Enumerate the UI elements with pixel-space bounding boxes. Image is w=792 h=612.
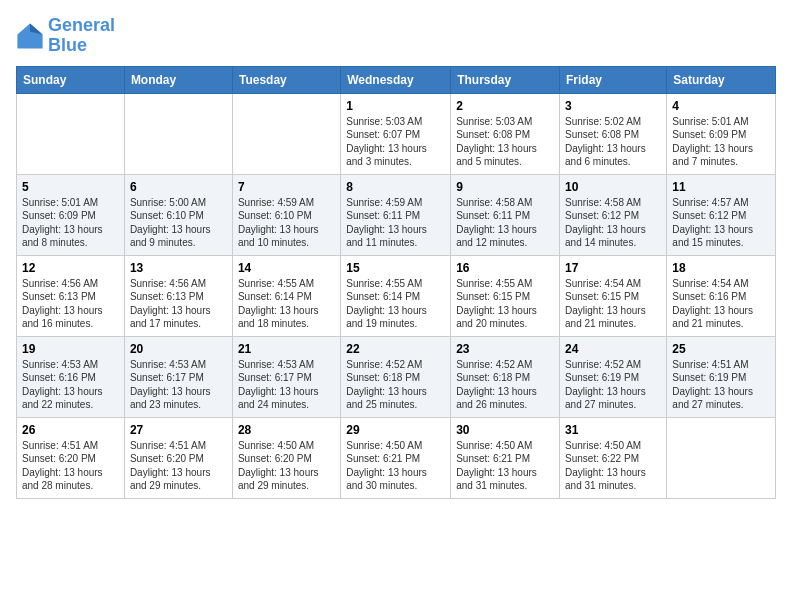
day-number: 25 (672, 342, 770, 356)
day-info: Sunrise: 4:59 AMSunset: 6:10 PMDaylight:… (238, 196, 335, 250)
day-info: Sunrise: 4:57 AMSunset: 6:12 PMDaylight:… (672, 196, 770, 250)
calendar-cell: 6Sunrise: 5:00 AMSunset: 6:10 PMDaylight… (124, 174, 232, 255)
day-header-wednesday: Wednesday (341, 66, 451, 93)
day-header-saturday: Saturday (667, 66, 776, 93)
calendar-cell: 4Sunrise: 5:01 AMSunset: 6:09 PMDaylight… (667, 93, 776, 174)
calendar-week-row: 19Sunrise: 4:53 AMSunset: 6:16 PMDayligh… (17, 336, 776, 417)
day-number: 5 (22, 180, 119, 194)
day-number: 15 (346, 261, 445, 275)
day-number: 13 (130, 261, 227, 275)
day-number: 19 (22, 342, 119, 356)
calendar-cell: 5Sunrise: 5:01 AMSunset: 6:09 PMDaylight… (17, 174, 125, 255)
day-info: Sunrise: 4:55 AMSunset: 6:15 PMDaylight:… (456, 277, 554, 331)
day-number: 24 (565, 342, 661, 356)
calendar-cell (667, 417, 776, 498)
logo: General Blue (16, 16, 115, 56)
day-number: 18 (672, 261, 770, 275)
day-number: 21 (238, 342, 335, 356)
day-info: Sunrise: 4:55 AMSunset: 6:14 PMDaylight:… (346, 277, 445, 331)
day-info: Sunrise: 5:03 AMSunset: 6:07 PMDaylight:… (346, 115, 445, 169)
day-info: Sunrise: 4:52 AMSunset: 6:18 PMDaylight:… (346, 358, 445, 412)
day-number: 22 (346, 342, 445, 356)
day-number: 2 (456, 99, 554, 113)
day-number: 23 (456, 342, 554, 356)
calendar-cell: 23Sunrise: 4:52 AMSunset: 6:18 PMDayligh… (451, 336, 560, 417)
day-number: 8 (346, 180, 445, 194)
day-info: Sunrise: 5:01 AMSunset: 6:09 PMDaylight:… (22, 196, 119, 250)
calendar-cell: 10Sunrise: 4:58 AMSunset: 6:12 PMDayligh… (560, 174, 667, 255)
calendar-cell: 25Sunrise: 4:51 AMSunset: 6:19 PMDayligh… (667, 336, 776, 417)
calendar-cell: 30Sunrise: 4:50 AMSunset: 6:21 PMDayligh… (451, 417, 560, 498)
calendar-cell: 16Sunrise: 4:55 AMSunset: 6:15 PMDayligh… (451, 255, 560, 336)
day-number: 28 (238, 423, 335, 437)
calendar-cell: 1Sunrise: 5:03 AMSunset: 6:07 PMDaylight… (341, 93, 451, 174)
day-number: 31 (565, 423, 661, 437)
calendar-cell: 15Sunrise: 4:55 AMSunset: 6:14 PMDayligh… (341, 255, 451, 336)
calendar-cell: 8Sunrise: 4:59 AMSunset: 6:11 PMDaylight… (341, 174, 451, 255)
day-number: 14 (238, 261, 335, 275)
day-info: Sunrise: 4:52 AMSunset: 6:18 PMDaylight:… (456, 358, 554, 412)
calendar-cell: 27Sunrise: 4:51 AMSunset: 6:20 PMDayligh… (124, 417, 232, 498)
day-info: Sunrise: 4:58 AMSunset: 6:11 PMDaylight:… (456, 196, 554, 250)
day-number: 26 (22, 423, 119, 437)
logo-text: General Blue (48, 16, 115, 56)
day-number: 17 (565, 261, 661, 275)
day-header-sunday: Sunday (17, 66, 125, 93)
calendar-week-row: 1Sunrise: 5:03 AMSunset: 6:07 PMDaylight… (17, 93, 776, 174)
day-info: Sunrise: 4:50 AMSunset: 6:21 PMDaylight:… (346, 439, 445, 493)
day-number: 20 (130, 342, 227, 356)
day-number: 10 (565, 180, 661, 194)
calendar-cell: 26Sunrise: 4:51 AMSunset: 6:20 PMDayligh… (17, 417, 125, 498)
day-info: Sunrise: 4:51 AMSunset: 6:20 PMDaylight:… (22, 439, 119, 493)
day-info: Sunrise: 4:50 AMSunset: 6:21 PMDaylight:… (456, 439, 554, 493)
calendar-cell (124, 93, 232, 174)
day-number: 29 (346, 423, 445, 437)
day-number: 4 (672, 99, 770, 113)
calendar-cell (17, 93, 125, 174)
day-header-monday: Monday (124, 66, 232, 93)
calendar-cell: 28Sunrise: 4:50 AMSunset: 6:20 PMDayligh… (232, 417, 340, 498)
day-number: 12 (22, 261, 119, 275)
calendar-cell: 7Sunrise: 4:59 AMSunset: 6:10 PMDaylight… (232, 174, 340, 255)
day-header-tuesday: Tuesday (232, 66, 340, 93)
day-number: 27 (130, 423, 227, 437)
day-number: 6 (130, 180, 227, 194)
calendar-cell: 29Sunrise: 4:50 AMSunset: 6:21 PMDayligh… (341, 417, 451, 498)
day-number: 30 (456, 423, 554, 437)
day-number: 7 (238, 180, 335, 194)
day-info: Sunrise: 4:56 AMSunset: 6:13 PMDaylight:… (130, 277, 227, 331)
calendar-table: SundayMondayTuesdayWednesdayThursdayFrid… (16, 66, 776, 499)
calendar-cell: 24Sunrise: 4:52 AMSunset: 6:19 PMDayligh… (560, 336, 667, 417)
day-info: Sunrise: 4:53 AMSunset: 6:17 PMDaylight:… (238, 358, 335, 412)
calendar-cell: 13Sunrise: 4:56 AMSunset: 6:13 PMDayligh… (124, 255, 232, 336)
day-number: 16 (456, 261, 554, 275)
calendar-cell: 20Sunrise: 4:53 AMSunset: 6:17 PMDayligh… (124, 336, 232, 417)
day-info: Sunrise: 4:55 AMSunset: 6:14 PMDaylight:… (238, 277, 335, 331)
day-info: Sunrise: 4:58 AMSunset: 6:12 PMDaylight:… (565, 196, 661, 250)
day-info: Sunrise: 4:51 AMSunset: 6:20 PMDaylight:… (130, 439, 227, 493)
calendar-cell: 31Sunrise: 4:50 AMSunset: 6:22 PMDayligh… (560, 417, 667, 498)
day-number: 9 (456, 180, 554, 194)
calendar-cell: 18Sunrise: 4:54 AMSunset: 6:16 PMDayligh… (667, 255, 776, 336)
calendar-cell: 17Sunrise: 4:54 AMSunset: 6:15 PMDayligh… (560, 255, 667, 336)
day-info: Sunrise: 4:52 AMSunset: 6:19 PMDaylight:… (565, 358, 661, 412)
calendar-cell: 21Sunrise: 4:53 AMSunset: 6:17 PMDayligh… (232, 336, 340, 417)
day-info: Sunrise: 4:59 AMSunset: 6:11 PMDaylight:… (346, 196, 445, 250)
calendar-header-row: SundayMondayTuesdayWednesdayThursdayFrid… (17, 66, 776, 93)
calendar-cell: 11Sunrise: 4:57 AMSunset: 6:12 PMDayligh… (667, 174, 776, 255)
day-info: Sunrise: 4:53 AMSunset: 6:17 PMDaylight:… (130, 358, 227, 412)
calendar-cell: 12Sunrise: 4:56 AMSunset: 6:13 PMDayligh… (17, 255, 125, 336)
day-info: Sunrise: 4:53 AMSunset: 6:16 PMDaylight:… (22, 358, 119, 412)
calendar-cell: 19Sunrise: 4:53 AMSunset: 6:16 PMDayligh… (17, 336, 125, 417)
logo-icon (16, 22, 44, 50)
day-info: Sunrise: 4:50 AMSunset: 6:22 PMDaylight:… (565, 439, 661, 493)
page-header: General Blue (16, 16, 776, 56)
day-info: Sunrise: 4:51 AMSunset: 6:19 PMDaylight:… (672, 358, 770, 412)
calendar-cell: 14Sunrise: 4:55 AMSunset: 6:14 PMDayligh… (232, 255, 340, 336)
calendar-cell (232, 93, 340, 174)
calendar-week-row: 26Sunrise: 4:51 AMSunset: 6:20 PMDayligh… (17, 417, 776, 498)
day-info: Sunrise: 4:50 AMSunset: 6:20 PMDaylight:… (238, 439, 335, 493)
calendar-week-row: 5Sunrise: 5:01 AMSunset: 6:09 PMDaylight… (17, 174, 776, 255)
day-number: 3 (565, 99, 661, 113)
day-number: 11 (672, 180, 770, 194)
